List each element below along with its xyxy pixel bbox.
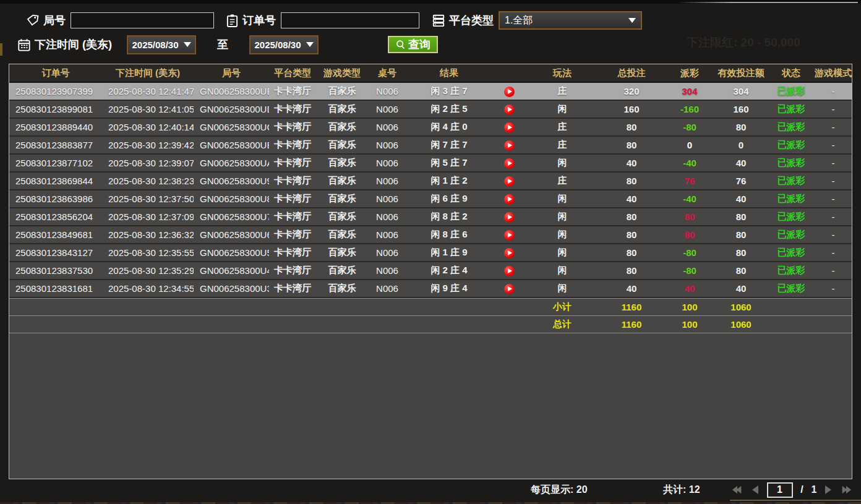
date-from-value: 2025/08/30: [132, 40, 178, 50]
table-row[interactable]: 2508301238990812025-08-30 12:41:05GN0062…: [9, 101, 852, 119]
chevron-down-icon: [184, 42, 191, 47]
prev-page-button[interactable]: [752, 485, 759, 495]
table-row[interactable]: 2508301238375302025-08-30 12:35:29GN0062…: [9, 262, 852, 280]
column-header-9: 总投注: [598, 67, 665, 79]
bet-time-label: 下注时间 (美东): [35, 37, 112, 52]
chevron-down-icon: [628, 18, 636, 23]
cell-table-no: N006: [368, 211, 406, 222]
cell-result: 闲 3 庄 7: [406, 85, 492, 97]
cell-round-id: GN006258300UC: [194, 122, 269, 132]
cell-payout: -160: [665, 104, 714, 114]
play-replay-icon[interactable]: [504, 284, 515, 294]
cell-bet-option: 庄: [526, 121, 598, 133]
table-row[interactable]: 2508301238562042025-08-30 12:37:09GN0062…: [9, 208, 852, 226]
platform-type-select[interactable]: 1.全部: [499, 11, 642, 30]
cell-valid-bet: 40: [714, 158, 768, 168]
cell-order-id: 250830123907399: [9, 86, 102, 96]
table-row[interactable]: 2508301238496812025-08-30 12:36:32GN0062…: [9, 226, 852, 244]
table-row[interactable]: 2508301238771022025-08-30 12:39:07GN0062…: [9, 155, 852, 173]
cell-valid-bet: 160: [714, 104, 768, 114]
play-replay-icon[interactable]: [504, 194, 515, 205]
play-replay-icon[interactable]: [504, 230, 515, 241]
cell-table-no: N006: [368, 265, 406, 276]
cell-status: 已派彩: [768, 265, 815, 276]
cell-game-mode: -: [815, 229, 852, 240]
query-button[interactable]: 查询: [388, 36, 438, 53]
cell-bet-time: 2025-08-30 12:34:55: [102, 283, 194, 294]
play-replay-icon[interactable]: [504, 158, 515, 169]
column-header-8: 玩法: [526, 67, 598, 79]
date-from-select[interactable]: 2025/08/30: [127, 35, 196, 54]
cell-game-mode: -: [815, 158, 852, 168]
play-replay-icon[interactable]: [504, 87, 515, 97]
cell-total-bet: 40: [598, 194, 665, 204]
first-page-button[interactable]: [731, 485, 743, 495]
cell-round-id: GN006258300U6: [194, 229, 269, 240]
cell-replay: [492, 157, 526, 169]
top-edge-line: [677, 2, 858, 3]
table-row[interactable]: 2508301238838772025-08-30 12:39:42GN0062…: [9, 137, 852, 155]
cell-total-bet: 80: [598, 247, 665, 258]
cell-status: 已派彩: [768, 157, 815, 169]
cell-replay: [492, 175, 526, 187]
cell-total-bet: 40: [598, 158, 665, 168]
table-body: 2508301239073992025-08-30 12:41:47GN0062…: [9, 83, 852, 298]
cell-replay: [492, 193, 526, 205]
cell-bet-time: 2025-08-30 12:36:32: [102, 229, 194, 240]
cell-result: 闲 2 庄 4: [406, 265, 492, 276]
table-row[interactable]: 2508301238639862025-08-30 12:37:50GN0062…: [9, 190, 852, 208]
cell-platform: 卡卡湾厅: [269, 139, 316, 151]
pagination-bar: 每页显示: 20 共计: 12 1 / 1: [0, 480, 861, 500]
round-id-label: 局号: [43, 13, 66, 28]
cell-order-id: 250830123849681: [9, 229, 102, 240]
cell-order-id: 250830123883877: [9, 140, 102, 150]
cell-payout: -80: [665, 122, 714, 132]
cell-bet-option: 闲: [526, 193, 598, 205]
play-replay-icon[interactable]: [504, 176, 515, 187]
tag-icon: [26, 14, 40, 27]
cell-game-type: 百家乐: [316, 175, 368, 187]
play-replay-icon[interactable]: [504, 266, 515, 276]
cell-table-no: N006: [368, 122, 406, 132]
bottom-edge-line: [730, 500, 861, 501]
round-id-input[interactable]: [71, 12, 214, 28]
cell-payout: 80: [665, 229, 714, 240]
play-replay-icon[interactable]: [504, 140, 515, 151]
play-replay-icon[interactable]: [504, 212, 515, 223]
cell-replay: [492, 121, 526, 133]
cell-total-bet: 80: [598, 229, 665, 240]
cell-valid-bet: 80: [714, 211, 768, 222]
cell-total-bet: 80: [598, 211, 665, 222]
table-row[interactable]: 2508301238894402025-08-30 12:40:14GN0062…: [9, 119, 852, 137]
page-number-input[interactable]: 1: [767, 482, 793, 498]
play-replay-icon[interactable]: [504, 105, 515, 115]
cell-bet-option: 闲: [526, 265, 598, 276]
cell-valid-bet: 80: [714, 122, 768, 132]
order-id-input[interactable]: [281, 12, 419, 28]
play-replay-icon[interactable]: [504, 248, 515, 258]
table-row[interactable]: 2508301239073992025-08-30 12:41:47GN0062…: [9, 83, 852, 101]
date-to-select[interactable]: 2025/08/30: [249, 35, 319, 54]
cell-game-type: 百家乐: [316, 229, 368, 241]
cell-table-no: N006: [368, 229, 406, 240]
column-header-12: 状态: [768, 67, 815, 79]
subtotal-valid-bet: 1060: [714, 302, 768, 312]
table-row[interactable]: 2508301238316812025-08-30 12:34:55GN0062…: [9, 280, 852, 298]
column-header-10: 派彩: [665, 67, 714, 79]
cell-game-mode: -: [815, 194, 852, 204]
table-row[interactable]: 2508301238431272025-08-30 12:35:55GN0062…: [9, 244, 852, 262]
calendar-icon: [17, 38, 31, 52]
column-header-4: 游戏类型: [316, 67, 368, 79]
cell-game-mode: -: [815, 247, 852, 258]
last-page-button[interactable]: [840, 485, 852, 495]
next-page-button[interactable]: [825, 485, 832, 495]
table-row[interactable]: 2508301238698442025-08-30 12:38:23GN0062…: [9, 173, 852, 190]
cell-game-mode: -: [815, 140, 852, 150]
cell-result: 闲 2 庄 5: [406, 103, 492, 115]
cell-game-type: 百家乐: [316, 85, 368, 97]
cell-platform: 卡卡湾厅: [269, 121, 316, 133]
bet-records-window: 下注限红: 20 - 50,000 局号 订单号: [0, 0, 861, 504]
cell-valid-bet: 40: [714, 283, 768, 294]
play-replay-icon[interactable]: [504, 122, 515, 133]
cell-bet-time: 2025-08-30 12:39:07: [102, 158, 194, 168]
